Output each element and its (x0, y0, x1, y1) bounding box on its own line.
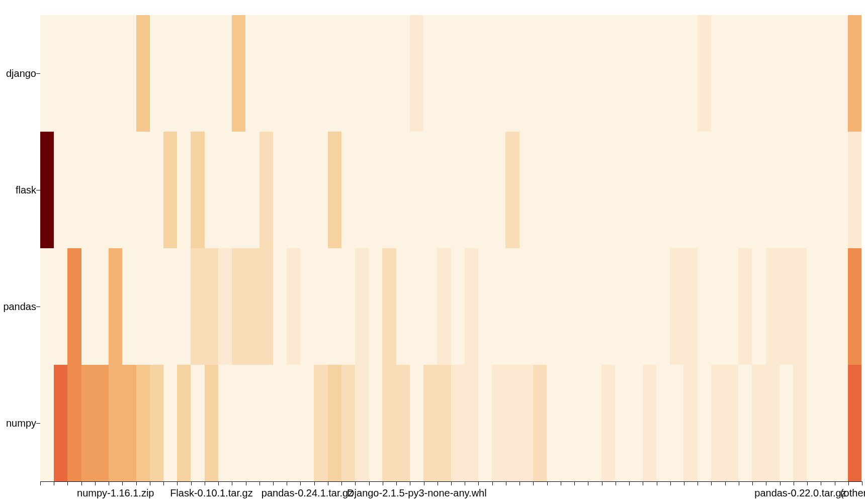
heatmap-cell (273, 248, 287, 365)
heatmap-cell (505, 15, 519, 132)
x-tick (657, 481, 657, 485)
heatmap-cell (560, 132, 574, 248)
heatmap-cell (547, 248, 560, 365)
heatmap-cell (273, 132, 287, 248)
heatmap-cell (191, 132, 204, 248)
heatmap-cell (355, 132, 369, 248)
heatmap-cell (520, 15, 533, 132)
heatmap-cell (355, 248, 369, 365)
heatmap-cell (547, 132, 560, 248)
heatmap-cell (520, 132, 533, 248)
x-axis-label: pandas-0.22.0.tar.gz (754, 487, 846, 499)
y-axis-label: pandas (3, 301, 36, 313)
x-tick (862, 481, 862, 485)
heatmap-cell (725, 248, 738, 365)
heatmap-cell (410, 15, 423, 132)
heatmap-cell (492, 15, 505, 132)
heatmap-cell (451, 248, 465, 365)
heatmap-cell (698, 15, 711, 132)
heatmap-cell (574, 132, 588, 248)
heatmap-cell (95, 15, 109, 132)
y-tick (36, 423, 40, 424)
heatmap-cell (396, 132, 410, 248)
heatmap-cell (533, 132, 547, 248)
heatmap-cell (341, 15, 355, 132)
heatmap-cell (341, 248, 355, 365)
x-tick (848, 481, 849, 485)
heatmap-cell (218, 248, 232, 365)
heatmap-cell (670, 365, 683, 481)
heatmap-cell (465, 248, 478, 365)
x-tick (506, 481, 506, 485)
heatmap-row-numpy (40, 365, 862, 481)
heatmap-cell (533, 15, 547, 132)
heatmap-cell (560, 365, 574, 481)
heatmap-cell (205, 15, 218, 132)
heatmap-cell (492, 365, 505, 481)
x-tick (533, 481, 534, 485)
heatmap-cell (834, 365, 848, 481)
heatmap-cell (67, 248, 81, 365)
x-tick (314, 481, 315, 485)
heatmap-row-pandas (40, 248, 862, 365)
heatmap-cell (656, 248, 670, 365)
heatmap-cell (437, 15, 451, 132)
heatmap-cell (820, 15, 834, 132)
heatmap-cell (177, 248, 191, 365)
heatmap-cell (382, 365, 396, 481)
heatmap-cell (218, 132, 232, 248)
heatmap-cell (629, 365, 642, 481)
heatmap-cell (95, 365, 109, 481)
heatmap-cell (300, 365, 314, 481)
heatmap-cell (643, 15, 656, 132)
x-tick (396, 481, 397, 485)
heatmap-cell (574, 248, 588, 365)
heatmap-cell (232, 15, 245, 132)
x-tick (561, 481, 561, 485)
heatmap-cell (683, 365, 697, 481)
x-tick (54, 481, 54, 485)
heatmap-cell (95, 132, 109, 248)
heatmap-cell (232, 132, 245, 248)
heatmap-cell (588, 365, 601, 481)
heatmap-cell (163, 132, 177, 248)
heatmap-cell (81, 15, 95, 132)
heatmap-cell (150, 365, 163, 481)
heatmap-cell (601, 15, 615, 132)
heatmap-cell (465, 365, 478, 481)
heatmap-cell (766, 248, 780, 365)
x-tick (246, 481, 246, 485)
heatmap-cell (382, 248, 396, 365)
heatmap-cell (369, 365, 382, 481)
heatmap-cell (780, 132, 793, 248)
heatmap-cell (752, 248, 765, 365)
heatmap-cell (793, 132, 807, 248)
heatmap-cell (643, 248, 656, 365)
x-tick (520, 481, 520, 485)
heatmap-cell (478, 365, 492, 481)
heatmap-cell (54, 365, 67, 481)
heatmap-cell (437, 248, 451, 365)
y-axis-label: flask (16, 184, 36, 196)
heatmap-cell (478, 132, 492, 248)
heatmap-cell (423, 365, 437, 481)
heatmap-cell (670, 132, 683, 248)
heatmap-cell (423, 248, 437, 365)
heatmap-cell (533, 365, 547, 481)
heatmap-cell (122, 15, 136, 132)
heatmap-cell (218, 15, 232, 132)
heatmap-cell (410, 365, 423, 481)
heatmap-cell (683, 248, 697, 365)
x-tick (287, 481, 287, 485)
x-tick (205, 481, 205, 485)
heatmap-cell (40, 15, 54, 132)
heatmap-cell (287, 248, 300, 365)
heatmap-cell (629, 132, 642, 248)
heatmap-cell (54, 15, 67, 132)
heatmap-cell (560, 15, 574, 132)
heatmap-cell (136, 248, 150, 365)
heatmap-cell (752, 365, 765, 481)
heatmap-cell (260, 15, 273, 132)
heatmap-cell (848, 248, 861, 365)
x-tick (424, 481, 424, 485)
